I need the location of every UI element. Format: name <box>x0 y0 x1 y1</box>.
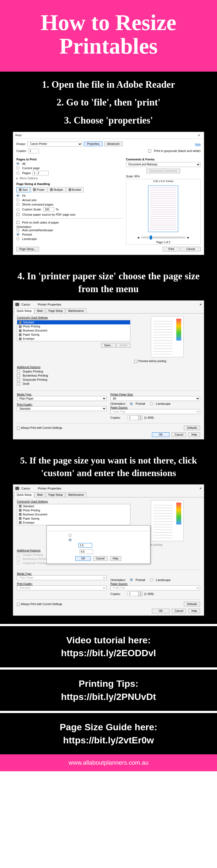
printer-select[interactable]: Canon Printer <box>28 142 82 147</box>
multiple-tab[interactable]: Multiple <box>48 187 65 192</box>
both-sides-label: Print on both sides of paper <box>22 221 59 224</box>
list-item: Business Document <box>17 329 130 333</box>
list-item: Standard <box>17 504 130 508</box>
settings-list[interactable]: Standard Photo Printing Business Documen… <box>17 504 130 525</box>
inch-radio[interactable] <box>69 538 72 541</box>
print-quality-select[interactable]: Standard <box>17 406 106 411</box>
pp-preview <box>151 316 184 357</box>
print-preview: 5.83 x 8.27 Inches ◄ ► Page 1 of 2 <box>126 179 200 245</box>
borderless-checkbox[interactable] <box>17 374 20 377</box>
mm-radio[interactable] <box>69 534 72 537</box>
duplex-checkbox[interactable] <box>17 370 20 373</box>
grayscale-checkbox[interactable] <box>148 150 151 153</box>
poster-tab[interactable]: Poster <box>31 187 47 192</box>
custom-ok-button[interactable]: OK <box>75 556 91 561</box>
custom-help-button[interactable]: Help <box>110 556 122 561</box>
defaults-button[interactable]: Defaults <box>184 426 200 430</box>
copies-input[interactable] <box>28 149 39 153</box>
both-sides-checkbox[interactable] <box>17 221 20 224</box>
comments-select[interactable]: Document and Markups <box>126 162 200 167</box>
custom-cancel-button[interactable]: Cancel <box>93 556 107 561</box>
ok-button[interactable]: OK <box>152 609 169 613</box>
ok-button[interactable]: OK <box>152 432 169 437</box>
landscape-radio[interactable] <box>17 237 20 240</box>
cancel-button[interactable]: Cancel <box>172 432 186 437</box>
close-icon[interactable]: × <box>199 486 202 491</box>
advanced-button[interactable]: Advanced <box>104 142 122 146</box>
pp-portrait-radio[interactable] <box>130 402 133 405</box>
tab-quick-setup[interactable]: Quick Setup <box>14 308 34 313</box>
all-radio[interactable] <box>17 162 20 165</box>
preview-before-checkbox[interactable] <box>134 360 137 363</box>
current-radio[interactable] <box>17 166 20 169</box>
pages-input[interactable] <box>32 171 49 176</box>
spinner-up-icon[interactable]: ▴ <box>139 415 142 417</box>
page-slider[interactable] <box>141 237 185 238</box>
fit-radio[interactable] <box>17 194 20 197</box>
help-button[interactable]: Help <box>188 432 200 437</box>
size-tab[interactable]: Size <box>17 187 30 192</box>
help-button[interactable]: Help <box>188 609 200 613</box>
size-url[interactable]: https://bit.ly/2vtEr0w <box>5 734 212 747</box>
settings-list[interactable]: Standard Photo Printing Business Documen… <box>17 320 130 341</box>
paper-source-select[interactable]: Front Tray <box>111 409 200 414</box>
more-options-toggle[interactable]: More Options <box>20 177 38 180</box>
tab-main[interactable]: Main <box>34 492 45 497</box>
business-icon <box>19 329 22 332</box>
pp-copies-input[interactable] <box>128 415 138 420</box>
portrait-radio[interactable] <box>17 233 20 236</box>
height-input[interactable] <box>80 549 93 554</box>
width-input[interactable] <box>79 543 92 548</box>
always-checkbox[interactable] <box>17 427 20 430</box>
tab-maintenance[interactable]: Maintenance <box>66 492 86 497</box>
paper-size-select[interactable]: A5 <box>111 396 200 401</box>
grayscale-label: Grayscale Printing <box>23 378 47 381</box>
media-type-select[interactable]: Plain Paper <box>17 396 106 401</box>
pp-landscape-radio[interactable] <box>150 402 153 405</box>
delete-button[interactable]: Delete <box>117 343 130 348</box>
properties-button[interactable]: Properties <box>84 142 102 146</box>
print-dialog-title: Print <box>15 134 22 137</box>
scale-text: Scale: 65% <box>126 175 200 178</box>
print-quality-label: Print Quality: <box>17 403 106 406</box>
prev-page-icon[interactable]: ◄ <box>137 236 140 239</box>
shrink-radio[interactable] <box>17 203 20 206</box>
cancel-button[interactable]: Cancel <box>181 247 200 251</box>
actual-radio[interactable] <box>17 198 20 202</box>
help-link[interactable]: Help <box>195 143 200 146</box>
save-button[interactable]: Save... <box>101 343 116 348</box>
tab-maintenance[interactable]: Maintenance <box>66 308 86 313</box>
close-icon[interactable]: × <box>199 302 202 307</box>
media-type-select[interactable]: Plain Paper <box>17 575 106 580</box>
spinner-down-icon[interactable]: ▾ <box>139 417 142 420</box>
printer-icon <box>15 487 19 490</box>
print-button[interactable]: Print <box>163 247 180 251</box>
header-banner: How to Resize Printables <box>0 0 217 72</box>
print-quality-select[interactable]: Standard <box>17 585 106 590</box>
auto-orient-radio[interactable] <box>17 228 20 231</box>
tab-quick-setup[interactable]: Quick Setup <box>14 492 34 497</box>
tips-url[interactable]: https://bit.ly/2PNUvDt <box>5 690 212 704</box>
video-url[interactable]: https://bit.ly/2EODDvl <box>5 647 212 660</box>
envelope-icon <box>19 338 22 340</box>
next-page-icon[interactable]: ► <box>187 236 190 239</box>
tab-main[interactable]: Main <box>34 308 45 313</box>
close-icon[interactable]: × <box>146 527 148 530</box>
standard-icon <box>19 321 22 324</box>
custom-scale-input[interactable] <box>43 207 54 212</box>
pages-radio[interactable] <box>17 172 20 175</box>
tab-page-setup[interactable]: Page Setup <box>46 308 65 313</box>
draft-checkbox[interactable] <box>17 382 20 385</box>
close-icon[interactable]: × <box>196 133 202 137</box>
page-title: How to Resize Printables <box>5 11 212 58</box>
cancel-button[interactable]: Cancel <box>172 609 186 613</box>
summarize-button[interactable]: Summarize Comments <box>147 168 180 173</box>
custom-scale-radio[interactable] <box>17 208 20 211</box>
tab-page-setup[interactable]: Page Setup <box>46 492 65 497</box>
booklet-tab[interactable]: Booklet <box>66 187 84 192</box>
site-url[interactable]: www.allaboutplanners.com.au <box>69 759 148 766</box>
page-setup-button[interactable]: Page Setup... <box>17 247 39 251</box>
choose-pdf-checkbox[interactable] <box>17 213 20 216</box>
defaults-button[interactable]: Defaults <box>184 602 200 607</box>
grayscale-checkbox[interactable] <box>17 378 20 381</box>
